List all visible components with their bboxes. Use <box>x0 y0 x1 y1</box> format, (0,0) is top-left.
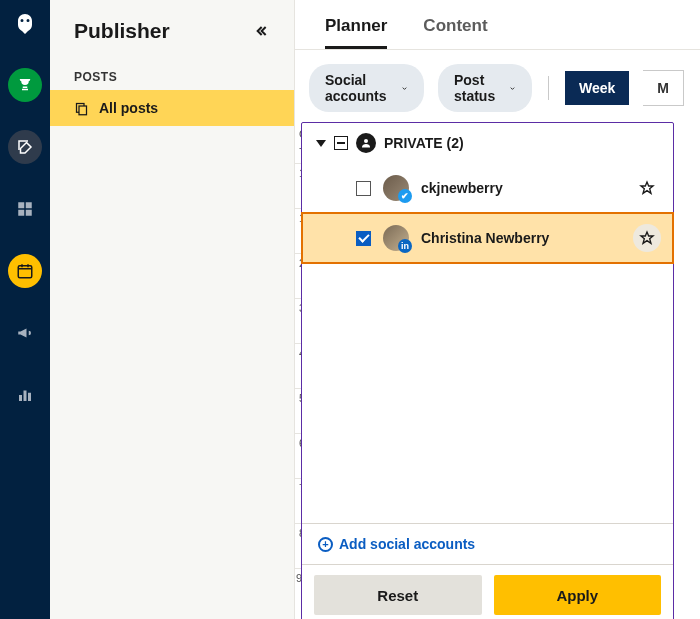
favorite-star-button[interactable] <box>633 224 661 252</box>
main-area: Planner Content Social accounts Post sta… <box>295 0 700 619</box>
chevron-down-icon <box>509 83 516 94</box>
nav-planner-icon[interactable] <box>8 254 42 288</box>
account-name: ckjnewberry <box>421 180 659 196</box>
nav-megaphone-icon[interactable] <box>8 316 42 350</box>
account-group-row: PRIVATE (2) <box>302 123 673 163</box>
posts-heading: POSTS <box>50 60 294 90</box>
logo-owl-icon <box>13 12 37 40</box>
all-posts-label: All posts <box>99 100 158 116</box>
nav-trophy-icon[interactable] <box>8 68 42 102</box>
svg-rect-7 <box>28 393 31 401</box>
svg-rect-4 <box>18 266 32 278</box>
all-posts-item[interactable]: All posts <box>50 90 294 126</box>
dropdown-buttons: Reset Apply <box>302 564 673 619</box>
person-icon <box>356 133 376 153</box>
post-status-label: Post status <box>454 72 501 104</box>
toolbar: Social accounts Post status Week M <box>295 50 700 124</box>
avatar: in <box>383 225 409 251</box>
tab-content[interactable]: Content <box>423 16 487 49</box>
avatar: ✔ <box>383 175 409 201</box>
publisher-title: Publisher <box>74 19 170 43</box>
add-accounts-label: Add social accounts <box>339 536 475 552</box>
view-month-button[interactable]: M <box>643 70 684 106</box>
svg-rect-3 <box>26 210 32 216</box>
svg-rect-5 <box>19 395 22 401</box>
divider <box>548 76 549 100</box>
account-row[interactable]: in Christina Newberry <box>302 213 673 263</box>
plus-icon: + <box>318 537 333 552</box>
svg-rect-6 <box>24 391 27 402</box>
nav-streams-icon[interactable] <box>8 192 42 226</box>
social-accounts-dropdown: PRIVATE (2) ✔ ckjnewberry in Christina N… <box>301 122 674 619</box>
checkbox-indeterminate[interactable] <box>334 136 348 150</box>
spacer <box>302 263 673 523</box>
svg-point-10 <box>364 139 368 143</box>
svg-rect-2 <box>18 210 24 216</box>
nav-rail <box>0 0 50 619</box>
post-status-filter[interactable]: Post status <box>438 64 532 112</box>
collapse-sidebar-button[interactable] <box>248 18 274 44</box>
checkbox[interactable] <box>356 231 371 246</box>
account-name: Christina Newberry <box>421 230 659 246</box>
add-social-accounts-link[interactable]: + Add social accounts <box>302 523 673 564</box>
reset-button[interactable]: Reset <box>314 575 482 615</box>
linkedin-badge-icon: in <box>398 239 412 253</box>
calendar-grid: G -0 12 1 2 3 4 5 6 7 8 9 AM <box>295 124 700 619</box>
svg-rect-1 <box>26 202 32 208</box>
tabs: Planner Content <box>295 0 700 50</box>
publisher-sidebar: Publisher POSTS All posts <box>50 0 295 619</box>
checkbox[interactable] <box>356 181 371 196</box>
svg-rect-0 <box>18 202 24 208</box>
chevron-down-icon <box>401 83 408 94</box>
svg-rect-9 <box>79 106 87 115</box>
apply-button[interactable]: Apply <box>494 575 662 615</box>
collapse-triangle-icon[interactable] <box>316 140 326 147</box>
nav-analytics-icon[interactable] <box>8 378 42 412</box>
tab-planner[interactable]: Planner <box>325 16 387 49</box>
nav-compose-icon[interactable] <box>8 130 42 164</box>
social-accounts-label: Social accounts <box>325 72 393 104</box>
group-label: PRIVATE (2) <box>384 135 464 151</box>
view-week-button[interactable]: Week <box>565 71 629 105</box>
favorite-star-button[interactable] <box>633 174 661 202</box>
account-row[interactable]: ✔ ckjnewberry <box>302 163 673 213</box>
social-accounts-filter[interactable]: Social accounts <box>309 64 424 112</box>
twitter-badge-icon: ✔ <box>398 189 412 203</box>
